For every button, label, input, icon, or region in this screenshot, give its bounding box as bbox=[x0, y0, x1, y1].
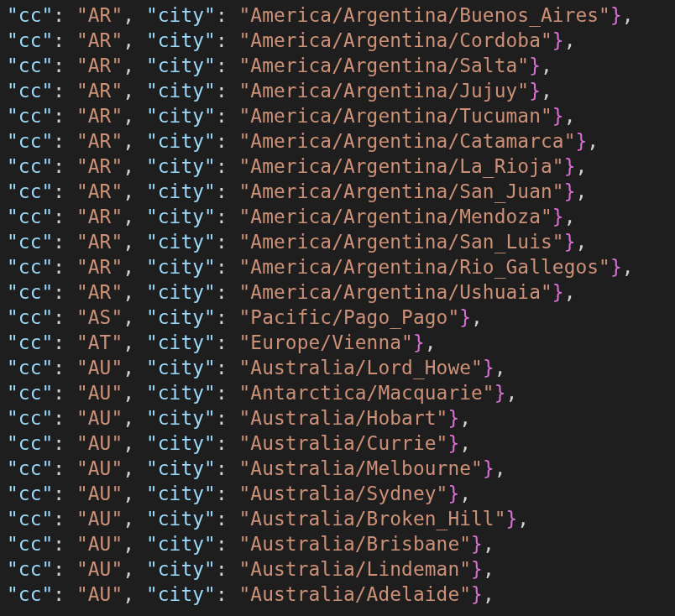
json-value-cc: "AU" bbox=[76, 382, 123, 404]
comma: , bbox=[123, 29, 146, 51]
json-key-cc: "cc" bbox=[7, 155, 53, 177]
code-line[interactable]: "cc": "AT", "city": "Europe/Vienna"}, bbox=[7, 331, 437, 353]
colon: : bbox=[53, 457, 76, 479]
json-key-cc: "cc" bbox=[7, 55, 53, 76]
code-line[interactable]: "cc": "AR", "city": "America/Argentina/T… bbox=[7, 105, 575, 127]
trailing-comma: , bbox=[575, 155, 587, 177]
code-line[interactable]: "cc": "AR", "city": "America/Argentina/M… bbox=[7, 206, 575, 227]
code-line[interactable]: "cc": "AR", "city": "America/Argentina/L… bbox=[7, 155, 587, 177]
colon: : bbox=[216, 231, 239, 253]
json-key-city: "city" bbox=[146, 508, 216, 530]
json-value-city: "America/Argentina/Ushuaia" bbox=[239, 281, 552, 303]
comma: , bbox=[123, 432, 146, 454]
comma: , bbox=[123, 357, 146, 378]
code-line[interactable]: "cc": "AU", "city": "Australia/Melbourne… bbox=[7, 457, 506, 479]
json-key-city: "city" bbox=[146, 256, 216, 278]
json-value-city: "Australia/Broken_Hill" bbox=[239, 508, 506, 530]
comma: , bbox=[123, 206, 146, 227]
close-brace-icon: } bbox=[447, 432, 459, 454]
json-key-city: "city" bbox=[146, 55, 216, 76]
trailing-comma: , bbox=[564, 29, 576, 51]
code-line[interactable]: "cc": "AU", "city": "Australia/Brisbane"… bbox=[7, 533, 494, 555]
close-brace-icon: } bbox=[610, 4, 622, 26]
json-value-city: "Australia/Hobart" bbox=[239, 407, 448, 429]
close-brace-icon: } bbox=[564, 180, 576, 202]
comma: , bbox=[123, 457, 146, 479]
json-key-cc: "cc" bbox=[7, 508, 53, 530]
code-line[interactable]: "cc": "AU", "city": "Australia/Lord_Howe… bbox=[7, 357, 506, 378]
json-key-cc: "cc" bbox=[7, 256, 53, 278]
code-line[interactable]: "cc": "AR", "city": "America/Argentina/R… bbox=[7, 256, 634, 278]
code-line[interactable]: "cc": "AR", "city": "America/Argentina/B… bbox=[7, 4, 634, 26]
code-line[interactable]: "cc": "AU", "city": "Australia/Lindeman"… bbox=[7, 558, 494, 580]
colon: : bbox=[216, 281, 239, 303]
colon: : bbox=[53, 483, 76, 504]
trailing-comma: , bbox=[622, 4, 634, 26]
json-value-city: "America/Argentina/Tucuman" bbox=[239, 105, 552, 127]
colon: : bbox=[216, 256, 239, 278]
json-value-city: "Australia/Sydney" bbox=[239, 483, 448, 504]
comma: , bbox=[123, 331, 146, 353]
code-line[interactable]: "cc": "AR", "city": "America/Argentina/S… bbox=[7, 55, 552, 76]
json-key-cc: "cc" bbox=[7, 533, 53, 555]
code-line[interactable]: "cc": "AR", "city": "America/Argentina/S… bbox=[7, 231, 587, 253]
code-line[interactable]: "cc": "AR", "city": "America/Argentina/C… bbox=[7, 29, 575, 51]
colon: : bbox=[53, 432, 76, 454]
json-value-cc: "AU" bbox=[76, 432, 123, 454]
json-key-cc: "cc" bbox=[7, 407, 53, 429]
json-key-city: "city" bbox=[146, 231, 216, 253]
comma: , bbox=[123, 231, 146, 253]
json-value-cc: "AR" bbox=[76, 231, 123, 253]
code-line[interactable]: "cc": "AR", "city": "America/Argentina/U… bbox=[7, 281, 575, 303]
close-brace-icon: } bbox=[552, 281, 564, 303]
code-line[interactable]: "cc": "AU", "city": "Antarctica/Macquari… bbox=[7, 382, 517, 404]
json-key-city: "city" bbox=[146, 331, 216, 353]
json-key-city: "city" bbox=[146, 4, 216, 26]
colon: : bbox=[53, 130, 76, 152]
colon: : bbox=[216, 206, 239, 227]
close-brace-icon: } bbox=[506, 508, 518, 530]
colon: : bbox=[53, 180, 76, 202]
comma: , bbox=[123, 55, 146, 76]
json-value-city: "Australia/Brisbane" bbox=[239, 533, 472, 555]
trailing-comma: , bbox=[541, 55, 552, 76]
json-value-cc: "AR" bbox=[76, 180, 123, 202]
colon: : bbox=[216, 306, 239, 328]
json-key-cc: "cc" bbox=[7, 206, 53, 227]
json-value-city: "America/Argentina/Rio_Gallegos" bbox=[239, 256, 610, 278]
code-line[interactable]: "cc": "AR", "city": "America/Argentina/S… bbox=[7, 180, 587, 202]
json-value-cc: "AU" bbox=[76, 533, 123, 555]
colon: : bbox=[53, 281, 76, 303]
close-brace-icon: } bbox=[552, 29, 564, 51]
code-line[interactable]: "cc": "AR", "city": "America/Argentina/J… bbox=[7, 80, 552, 102]
close-brace-icon: } bbox=[552, 206, 564, 227]
code-line[interactable]: "cc": "AU", "city": "Australia/Broken_Hi… bbox=[7, 508, 529, 530]
json-value-city: "Pacific/Pago_Pago" bbox=[239, 306, 460, 328]
code-editor[interactable]: "cc": "AR", "city": "America/Argentina/B… bbox=[0, 0, 675, 607]
json-key-cc: "cc" bbox=[7, 583, 53, 605]
colon: : bbox=[216, 180, 239, 202]
json-key-city: "city" bbox=[146, 105, 216, 127]
comma: , bbox=[123, 281, 146, 303]
colon: : bbox=[216, 558, 239, 580]
json-key-city: "city" bbox=[146, 206, 216, 227]
colon: : bbox=[216, 457, 239, 479]
colon: : bbox=[216, 55, 239, 76]
comma: , bbox=[123, 558, 146, 580]
colon: : bbox=[53, 29, 76, 51]
code-line[interactable]: "cc": "AU", "city": "Australia/Adelaide"… bbox=[7, 583, 494, 605]
code-line[interactable]: "cc": "AS", "city": "Pacific/Pago_Pago"}… bbox=[7, 306, 483, 328]
json-key-cc: "cc" bbox=[7, 130, 53, 152]
code-line[interactable]: "cc": "AR", "city": "America/Argentina/C… bbox=[7, 130, 599, 152]
json-value-city: "Antarctica/Macquarie" bbox=[239, 382, 494, 404]
code-line[interactable]: "cc": "AU", "city": "Australia/Hobart"}, bbox=[7, 407, 471, 429]
comma: , bbox=[123, 533, 146, 555]
json-value-cc: "AR" bbox=[76, 206, 123, 227]
close-brace-icon: } bbox=[471, 558, 483, 580]
trailing-comma: , bbox=[575, 180, 587, 202]
json-key-cc: "cc" bbox=[7, 558, 53, 580]
code-line[interactable]: "cc": "AU", "city": "Australia/Sydney"}, bbox=[7, 483, 471, 504]
code-line[interactable]: "cc": "AU", "city": "Australia/Currie"}, bbox=[7, 432, 471, 454]
trailing-comma: , bbox=[622, 256, 634, 278]
colon: : bbox=[216, 533, 239, 555]
